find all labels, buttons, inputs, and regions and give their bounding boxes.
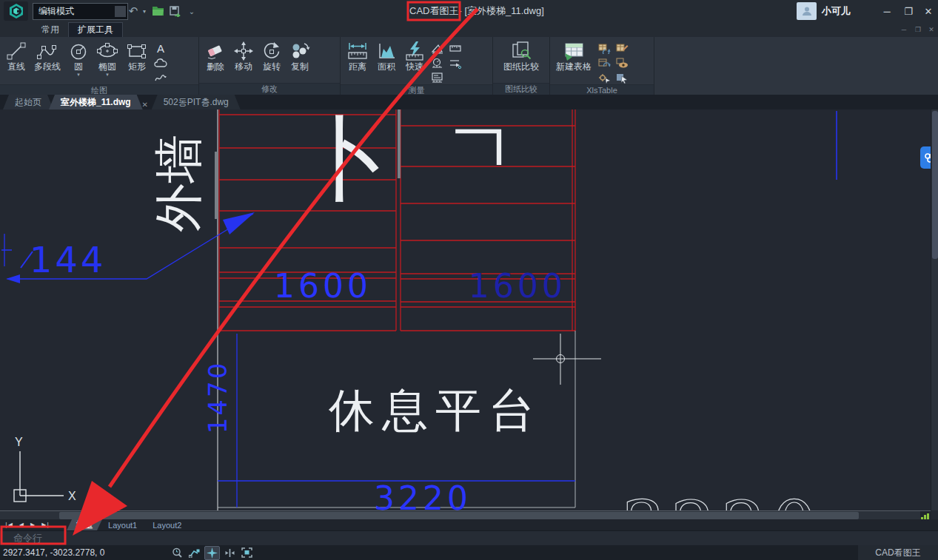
- nav-last-icon[interactable]: ▶❘: [38, 522, 53, 528]
- close-button[interactable]: ✕: [919, 3, 938, 19]
- line-button[interactable]: 直线: [2, 38, 30, 72]
- window-title-app: CAD看图王: [409, 4, 458, 18]
- horizontal-scrollbar-thumb[interactable]: [59, 512, 859, 519]
- undo-caret-icon[interactable]: ▾: [141, 3, 148, 19]
- user-avatar[interactable]: [797, 2, 817, 20]
- group-label-modify: 修改: [199, 83, 340, 95]
- group-label-compare: 图纸比较: [493, 83, 549, 95]
- xls-pick-icon[interactable]: [614, 71, 629, 84]
- area-button[interactable]: 面积: [372, 38, 401, 72]
- xls-edit-icon[interactable]: [614, 41, 629, 55]
- measure-ruler-icon[interactable]: [448, 41, 463, 55]
- mode-dropdown[interactable]: 编辑模式: [33, 3, 128, 20]
- nav-prev-icon[interactable]: ◀: [16, 522, 27, 528]
- doc-tab-start-page[interactable]: 起始页: [3, 95, 53, 109]
- statusbar-app-label: CAD看图王: [858, 545, 938, 560]
- polyline-button[interactable]: 多段线: [30, 38, 64, 72]
- ribbon-tab-row: 常用 扩展工具: [0, 22, 938, 37]
- vertical-scrollbar[interactable]: [931, 109, 938, 510]
- ribbon-tab-extended[interactable]: 扩展工具: [68, 22, 123, 38]
- ribbon-empty-area: [654, 37, 938, 95]
- new-table-icon: [562, 41, 586, 61]
- coordinates-readout: 2927.3417, -3023.2778, 0: [3, 547, 104, 558]
- rotate-button[interactable]: 旋转: [258, 38, 286, 72]
- ucs-x-label: X: [68, 490, 76, 502]
- nav-next-icon[interactable]: ▶: [27, 522, 38, 528]
- doc-minimize-button[interactable]: ─: [897, 24, 911, 35]
- ellipse-dropdown-caret[interactable]: ▾: [106, 72, 109, 77]
- polyline-icon: [36, 41, 58, 61]
- nav-first-icon[interactable]: ❘◀: [0, 522, 16, 528]
- fullscreen-icon[interactable]: [240, 547, 254, 559]
- username-label[interactable]: 小可儿: [822, 4, 851, 18]
- cad-texts: 外墙 卜 ㄱ 休息平台 3220: [150, 109, 822, 510]
- rectangle-button[interactable]: 矩形: [122, 38, 152, 72]
- xls-sync-icon[interactable]: [597, 41, 612, 55]
- drawing-canvas[interactable]: 144 1600 1600 3220 1470 外墙 卜 ㄱ 休息平台 3220…: [0, 109, 938, 510]
- measure-angle-icon[interactable]: [430, 41, 445, 55]
- dim-3220-text: 3220: [374, 479, 472, 510]
- xls-view-icon[interactable]: [614, 56, 629, 70]
- ribbon-group-compare: 图纸比较 图纸比较: [493, 37, 550, 95]
- copy-icon: [289, 41, 310, 61]
- rectangle-icon: [126, 41, 148, 61]
- doc-restore-button[interactable]: ❐: [911, 24, 925, 35]
- dimension-texts: 144 1600 1600 3220 1470: [30, 239, 566, 510]
- layout-tab-layout1[interactable]: Layout1: [98, 519, 147, 530]
- doc-tab-other[interactable]: 502동PIT층.dwg: [152, 95, 241, 109]
- revision-cloud-icon[interactable]: [153, 56, 168, 70]
- quick-access-more-icon[interactable]: ⌄: [187, 3, 197, 19]
- status-bar: 2927.3417, -3023.2778, 0 CAD看图王: [0, 545, 938, 560]
- circle-button[interactable]: 圆 ▾: [64, 38, 93, 77]
- ribbon-group-measure: 距离 面积 快速: [341, 37, 493, 95]
- doc-tab-active[interactable]: 室外楼梯_11.dwg: [49, 95, 143, 109]
- erase-button[interactable]: 删除: [201, 38, 230, 72]
- open-folder-icon[interactable]: [150, 3, 166, 19]
- circle-dropdown-caret[interactable]: ▾: [77, 72, 80, 77]
- platform-label-text: 休息平台: [328, 383, 542, 437]
- crosshair-cursor: [533, 334, 601, 385]
- measure-list-icon[interactable]: [430, 71, 445, 84]
- mode-dropdown-value: 编辑模式: [38, 5, 74, 18]
- mode-dropdown-thumb[interactable]: [115, 6, 126, 17]
- freehand-sketch-icon[interactable]: [153, 71, 168, 84]
- measure-offset-icon[interactable]: [448, 56, 463, 70]
- ribbon-group-xlstable: 新建表格: [550, 37, 654, 95]
- quick-measure-button[interactable]: 快速: [401, 38, 429, 72]
- wall-label-text: 外墙: [150, 135, 207, 232]
- area-icon: [376, 41, 397, 61]
- xls-refresh-icon[interactable]: [597, 56, 612, 70]
- text-tool-icon[interactable]: A: [153, 41, 168, 55]
- command-line-label[interactable]: 命令行: [13, 532, 42, 545]
- copy-button[interactable]: 复制: [286, 38, 314, 72]
- ribbon-group-modify: 删除 移动 旋转: [199, 37, 341, 95]
- distance-button[interactable]: 距离: [343, 38, 372, 72]
- layout-tab-model[interactable]: 模型: [67, 519, 102, 530]
- drawing-compare-button[interactable]: 图纸比较: [500, 38, 543, 72]
- new-table-button[interactable]: 新建表格: [552, 38, 595, 72]
- save-export-icon[interactable]: [167, 3, 184, 19]
- zoom-tool-icon[interactable]: [170, 547, 184, 559]
- crosshair-mode-icon[interactable]: [204, 546, 220, 560]
- layout-tab-layout2[interactable]: Layout2: [143, 519, 191, 530]
- polyline-snap-icon[interactable]: [187, 547, 201, 559]
- undo-icon[interactable]: ↶: [126, 3, 141, 19]
- minimize-button[interactable]: ─: [877, 3, 897, 19]
- vertical-scrollbar-thumb[interactable]: [932, 111, 938, 259]
- move-button[interactable]: 移动: [230, 38, 258, 72]
- xls-settings-icon[interactable]: [597, 71, 612, 84]
- doc-close-button[interactable]: ✕: [925, 24, 938, 35]
- ellipse-button[interactable]: 椭圆 ▾: [93, 38, 122, 77]
- split-view-icon[interactable]: [223, 547, 237, 559]
- ribbon-tab-common[interactable]: 常用: [33, 22, 68, 37]
- app-logo[interactable]: [4, 1, 28, 21]
- ellipse-icon: [96, 41, 118, 61]
- measure-radius-icon[interactable]: [430, 56, 445, 70]
- group-label-draw: 绘图: [0, 84, 198, 95]
- ucs-y-label: Y: [15, 436, 23, 448]
- command-line-bar[interactable]: 命令行: [0, 530, 938, 546]
- drawing-compare-icon: [510, 41, 532, 61]
- group-label-xlstable: XlsTable: [550, 84, 654, 95]
- restore-button[interactable]: ❐: [899, 3, 918, 19]
- clipped-glyph-right: ㄱ: [443, 109, 517, 191]
